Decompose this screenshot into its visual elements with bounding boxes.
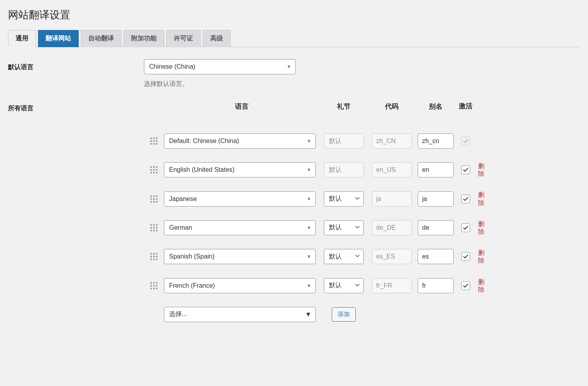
- drag-handle-icon[interactable]: [150, 166, 157, 173]
- language-select-value: Default: Chinese (China): [169, 137, 239, 145]
- language-row: Spanish (Spain)▼默认删除: [144, 249, 580, 264]
- activate-checkbox[interactable]: [461, 252, 470, 261]
- default-language-label: 默认语言: [8, 64, 34, 70]
- all-languages-label: 所有语言: [8, 105, 34, 111]
- add-language-row: 选择... ▼ 添加: [144, 307, 580, 322]
- language-select-value: Spanish (Spain): [169, 253, 215, 260]
- chevron-down-icon: [355, 195, 360, 203]
- tab-advanced[interactable]: 高级: [203, 30, 231, 47]
- code-input: [372, 249, 412, 264]
- language-select[interactable]: Spanish (Spain)▼: [164, 249, 316, 264]
- code-input: [372, 278, 412, 293]
- formality-select-disabled: 默认: [324, 133, 364, 149]
- activate-checkbox: [461, 137, 470, 145]
- language-select[interactable]: Japanese▼: [164, 191, 316, 207]
- formality-placeholder: 默认: [329, 166, 342, 174]
- delete-link[interactable]: 删除: [478, 191, 485, 206]
- tab-general[interactable]: 通用: [8, 30, 36, 47]
- language-row: French (France)▼默认删除: [144, 278, 580, 293]
- header-language: 语言: [164, 102, 320, 111]
- default-language-select[interactable]: Chinese (China) ▼: [144, 59, 296, 74]
- caret-down-icon: ▼: [307, 254, 311, 259]
- formality-value: 默认: [329, 223, 342, 232]
- drag-handle-icon[interactable]: [150, 253, 157, 260]
- alias-input[interactable]: [418, 220, 454, 235]
- tab-auto-translate[interactable]: 自动翻译: [81, 30, 122, 47]
- add-language-select[interactable]: 选择... ▼: [164, 307, 316, 322]
- language-row: Default: Chinese (China)▼默认: [144, 133, 580, 149]
- language-row: English (United States)▼默认删除: [144, 162, 580, 177]
- activate-checkbox[interactable]: [461, 165, 470, 174]
- formality-value: 默认: [329, 281, 342, 290]
- chevron-down-icon: [355, 282, 360, 289]
- language-select-value: French (France): [169, 282, 215, 289]
- languages-table-header: 语言 礼节 代码 别名 激活: [144, 102, 580, 111]
- activate-checkbox[interactable]: [461, 281, 470, 290]
- drag-handle-icon[interactable]: [150, 137, 157, 145]
- chevron-down-icon: [355, 253, 360, 260]
- tab-license[interactable]: 许可证: [166, 30, 201, 47]
- caret-down-icon: ▼: [287, 64, 291, 70]
- add-language-button[interactable]: 添加: [332, 307, 356, 322]
- language-select-value: English (United States): [169, 166, 235, 173]
- language-select[interactable]: French (France)▼: [164, 278, 316, 293]
- caret-down-icon: ▼: [307, 196, 311, 202]
- language-row: Japanese▼默认删除: [144, 191, 580, 206]
- header-activate: 激活: [456, 102, 476, 111]
- formality-select-disabled: 默认: [324, 162, 364, 177]
- caret-down-icon: ▼: [307, 138, 311, 144]
- tab-translate-site[interactable]: 翻译网站: [38, 30, 79, 47]
- caret-down-icon: ▼: [307, 283, 311, 289]
- chevron-down-icon: [355, 224, 360, 231]
- languages-table: 语言 礼节 代码 别名 激活 Default: Chinese (China)▼…: [144, 102, 580, 322]
- header-alias: 别名: [416, 102, 456, 111]
- language-select[interactable]: English (United States)▼: [164, 162, 316, 177]
- header-code: 代码: [368, 102, 416, 111]
- formality-select[interactable]: 默认: [324, 249, 364, 264]
- caret-down-icon: ▼: [307, 167, 311, 173]
- caret-down-icon: ▼: [305, 311, 311, 318]
- activate-checkbox[interactable]: [461, 195, 470, 203]
- code-input: [372, 133, 412, 149]
- delete-link[interactable]: 删除: [478, 249, 485, 264]
- language-select-value: German: [169, 224, 192, 231]
- alias-input[interactable]: [418, 162, 454, 177]
- alias-input[interactable]: [418, 133, 454, 149]
- code-input: [372, 191, 412, 207]
- alias-input[interactable]: [418, 278, 454, 293]
- formality-select[interactable]: 默认: [324, 220, 364, 235]
- drag-handle-icon[interactable]: [150, 195, 157, 203]
- formality-value: 默认: [329, 253, 342, 261]
- activate-checkbox[interactable]: [461, 223, 470, 232]
- default-language-value: Chinese (China): [149, 63, 195, 70]
- caret-down-icon: ▼: [307, 225, 311, 231]
- alias-input[interactable]: [418, 191, 454, 207]
- formality-placeholder: 默认: [329, 137, 342, 145]
- code-input: [372, 220, 412, 235]
- formality-select[interactable]: 默认: [324, 191, 364, 207]
- language-select-value: Japanese: [169, 195, 197, 203]
- settings-tabs: 通用 翻译网站 自动翻译 附加功能 许可证 高级: [8, 30, 580, 47]
- alias-input[interactable]: [418, 249, 454, 264]
- language-select[interactable]: German▼: [164, 220, 316, 235]
- default-language-description: 选择默认语言。: [144, 80, 580, 88]
- header-formality: 礼节: [320, 102, 368, 111]
- add-language-placeholder: 选择...: [169, 310, 187, 318]
- page-title: 网站翻译设置: [8, 8, 580, 22]
- delete-link[interactable]: 删除: [478, 278, 485, 293]
- language-row: German▼默认删除: [144, 220, 580, 235]
- tab-addons[interactable]: 附加功能: [124, 30, 164, 47]
- drag-handle-icon[interactable]: [150, 224, 157, 231]
- delete-link[interactable]: 删除: [478, 162, 485, 177]
- drag-handle-icon[interactable]: [150, 282, 157, 289]
- delete-link[interactable]: 删除: [478, 220, 485, 235]
- language-select[interactable]: Default: Chinese (China)▼: [164, 133, 316, 149]
- formality-select[interactable]: 默认: [324, 278, 364, 293]
- code-input: [372, 162, 412, 177]
- formality-value: 默认: [329, 195, 342, 203]
